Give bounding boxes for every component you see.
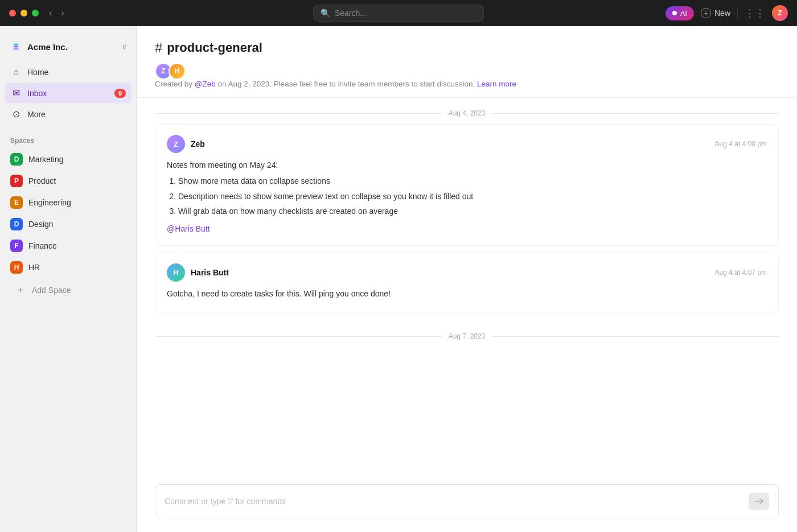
forward-arrow[interactable]: › — [57, 7, 67, 19]
workspace-chevron-icon: ∨ — [122, 43, 127, 51]
window-controls — [9, 10, 39, 17]
message-author-2: H Haris Butt — [167, 263, 229, 282]
comment-placeholder: Comment or type '/' for commands — [165, 497, 749, 506]
nav-arrows: ‹ › — [46, 7, 68, 19]
titlebar-right: AI + New ⋮⋮ Z — [665, 5, 788, 21]
sidebar: Acme Inc. ∨ ⌂ Home ✉ Inbox 9 ⊙ More Spac… — [0, 26, 137, 532]
message-card-1: Z Zeb Aug 4 at 4:00 pm Notes from meetin… — [155, 124, 779, 246]
ai-button[interactable]: AI — [665, 6, 694, 20]
spaces-section: Spaces D Marketing P Product E Engineeri… — [0, 134, 136, 523]
message-card-2: H Haris Butt Aug 4 at 4:07 pm Gotcha, I … — [155, 253, 779, 314]
messages-area[interactable]: Aug 4, 2023 Z Zeb Aug 4 at 4:00 pm Notes… — [137, 98, 797, 475]
inbox-icon: ✉ — [10, 88, 22, 98]
product-label: Product — [28, 176, 56, 185]
user-avatar[interactable]: Z — [772, 5, 788, 21]
sidebar-inbox-label: Inbox — [27, 89, 109, 98]
message-body-1: Notes from meeting on May 24: Show more … — [167, 159, 767, 235]
date-divider-text-aug4: Aug 4, 2023 — [449, 109, 486, 117]
hr-icon: H — [10, 261, 23, 274]
maximize-dot[interactable] — [32, 10, 39, 17]
close-dot[interactable] — [9, 10, 16, 17]
grid-icon[interactable]: ⋮⋮ — [745, 7, 765, 19]
haris-avatar-img: H — [167, 263, 185, 282]
sidebar-item-inbox[interactable]: ✉ Inbox 9 — [5, 83, 132, 103]
sidebar-item-design[interactable]: D Design — [5, 214, 132, 234]
author-name-haris: Haris Butt — [191, 268, 229, 277]
sidebar-nav: ⌂ Home ✉ Inbox 9 ⊙ More — [0, 63, 136, 125]
member-avatars: Z H — [155, 63, 779, 80]
hash-icon: # — [155, 40, 162, 56]
marketing-icon: D — [10, 153, 23, 166]
divider-line-left — [155, 113, 442, 114]
zeb-avatar-img: Z — [167, 135, 185, 153]
description-mid: on Aug 2, 2023. Please feel free to invi… — [216, 80, 475, 88]
search-placeholder: Search... — [335, 9, 367, 18]
sidebar-item-home[interactable]: ⌂ Home — [5, 63, 132, 82]
engineering-label: Engineering — [28, 198, 71, 207]
design-label: Design — [28, 220, 54, 229]
search-bar[interactable]: 🔍 Search... — [313, 5, 484, 22]
add-space-button[interactable]: + Add Space — [5, 280, 132, 300]
message-avatar-haris: H — [167, 263, 185, 282]
message-list: Show more meta data on collapse sections… — [167, 175, 767, 217]
divider-line-aug7-right — [492, 336, 779, 337]
spaces-title: Spaces — [5, 134, 132, 149]
learn-more-link[interactable]: Learn more — [477, 80, 516, 88]
content-area: # product-general Z H Created by @Zeb on… — [137, 26, 797, 532]
sidebar-item-more[interactable]: ⊙ More — [5, 104, 132, 124]
add-space-plus-icon: + — [15, 284, 26, 296]
message-body-2: Gotcha, I need to create tasks for this.… — [167, 287, 767, 300]
list-item-2: Description needs to show some preview t… — [178, 190, 767, 203]
product-icon: P — [10, 175, 23, 187]
sidebar-home-label: Home — [27, 68, 126, 77]
back-arrow[interactable]: ‹ — [46, 7, 55, 19]
titlebar-divider — [737, 7, 738, 19]
date-divider-aug7: Aug 7, 2023 — [155, 321, 779, 347]
comment-send-button[interactable] — [749, 493, 769, 510]
haris-message-text: Gotcha, I need to create tasks for this.… — [167, 287, 767, 300]
member-avatar-img-2: H — [170, 64, 184, 79]
search-icon: 🔍 — [321, 9, 330, 18]
finance-icon: F — [10, 240, 23, 252]
message-avatar-zeb: Z — [167, 135, 185, 153]
workspace-logo — [9, 40, 23, 53]
add-space-label: Add Space — [32, 286, 71, 295]
sidebar-item-finance[interactable]: F Finance — [5, 236, 132, 256]
inbox-badge: 9 — [114, 89, 126, 98]
sidebar-item-product[interactable]: P Product — [5, 171, 132, 191]
new-button[interactable]: + New — [701, 8, 730, 18]
marketing-label: Marketing — [28, 155, 63, 164]
comment-area: Comment or type '/' for commands — [137, 475, 797, 532]
message-header-1: Z Zeb Aug 4 at 4:00 pm — [167, 135, 767, 153]
sidebar-more-label: More — [27, 110, 126, 119]
sidebar-item-marketing[interactable]: D Marketing — [5, 149, 132, 170]
workspace-name: Acme Inc. — [27, 42, 68, 52]
message-header-2: H Haris Butt Aug 4 at 4:07 pm — [167, 263, 767, 282]
sidebar-item-hr[interactable]: H HR — [5, 257, 132, 278]
sidebar-item-engineering[interactable]: E Engineering — [5, 192, 132, 213]
workspace-header[interactable]: Acme Inc. ∨ — [0, 35, 136, 58]
date-divider-aug4: Aug 4, 2023 — [155, 98, 779, 124]
new-label: New — [714, 9, 730, 18]
minimize-dot[interactable] — [20, 10, 27, 17]
design-icon: D — [10, 218, 23, 230]
send-icon — [754, 497, 763, 506]
main-layout: Acme Inc. ∨ ⌂ Home ✉ Inbox 9 ⊙ More Spac… — [0, 26, 797, 532]
channel-description: Created by @Zeb on Aug 2, 2023. Please f… — [155, 80, 779, 88]
plus-circle-icon: + — [701, 8, 711, 18]
engineering-icon: E — [10, 196, 23, 209]
finance-label: Finance — [28, 241, 57, 250]
zeb-mention[interactable]: @Zeb — [195, 80, 216, 88]
channel-title-row: # product-general — [155, 40, 779, 56]
hr-label: HR — [28, 263, 40, 272]
channel-header: # product-general Z H Created by @Zeb on… — [137, 26, 797, 98]
message-author-1: Z Zeb — [167, 135, 205, 153]
divider-line-aug7-left — [155, 336, 442, 337]
comment-input-box[interactable]: Comment or type '/' for commands — [155, 484, 779, 518]
member-avatar-2: H — [169, 63, 186, 80]
haris-mention[interactable]: @Haris Butt — [167, 224, 210, 233]
channel-name: product-general — [167, 40, 262, 55]
list-item-3: Will grab data on how many checklists ar… — [178, 205, 767, 217]
home-icon: ⌂ — [10, 67, 22, 77]
ai-dot-icon — [672, 11, 677, 15]
